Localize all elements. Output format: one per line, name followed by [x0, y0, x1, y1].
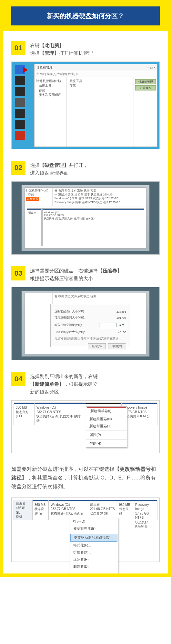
desktop-icon — [15, 109, 25, 118]
menu-item-new-simple-volume[interactable]: 新建简单卷(I)... — [87, 407, 126, 415]
volume-row: 磁盘 0 476.81 GB 联机 360 MB 状态良好 (E Windows… — [14, 500, 157, 520]
desktop-icon — [15, 87, 25, 96]
t: 476.81 GB — [16, 506, 30, 515]
note: 无法将卷压缩到超出任何不可移动的文件所在的点。 — [55, 337, 126, 341]
step-text: 选择需要分区的磁盘，右键选择【压缩卷】 根据提示选择压缩容量的大小 — [30, 266, 122, 282]
step-number: 01 — [11, 41, 25, 55]
t: Windows (C:) — [44, 211, 143, 214]
t: 【管理】 — [40, 50, 59, 56]
menu-item[interactable]: 删除卷(D)... — [70, 563, 118, 570]
shrink-input[interactable] — [101, 323, 117, 327]
step-number: 02 — [11, 161, 25, 175]
menu-item[interactable]: 属性(P) — [70, 572, 118, 577]
header-strip: 新买的机器硬盘如何分区？ — [3, 3, 168, 31]
t: 980 MB — [119, 503, 131, 507]
spinner-icon[interactable]: ▲▼ — [119, 323, 125, 327]
t: 右键 — [30, 43, 40, 48]
t: 磁盘 0 — [28, 211, 36, 214]
shrink-button[interactable]: 压缩(S) — [88, 343, 106, 349]
dm-top: 计算机管理(本地) 存储 磁盘管理 卷 布局 类型 文件系统 状态 容量 — (… — [25, 188, 146, 206]
dialog-buttons: 压缩(S) 取消(C) — [55, 343, 126, 349]
tree-node: 存储 — [28, 193, 51, 197]
label: 压缩前的总计大小(MB): — [55, 309, 100, 314]
shrink-input-highlight: ▲▼ — [99, 322, 126, 328]
context-menu: 打开(O) 资源管理器(E) 更改驱动器号和路径(C)... 格式化(F)...… — [70, 518, 118, 577]
menu-item[interactable]: 扩展卷(X)... — [70, 549, 118, 556]
t: 选择 — [30, 162, 40, 168]
label: 压缩后的总计大小(MB): — [55, 330, 100, 334]
menu-item[interactable]: 帮助(H) — [86, 440, 127, 447]
cancel-button[interactable]: 取消(C) — [108, 343, 126, 349]
desktop-icon — [15, 120, 25, 129]
t: 状态良好 (OEM 分 — [124, 414, 155, 419]
screenshot-5: 磁盘 0 476.81 GB 联机 360 MB 状态良好 (E Windows… — [11, 497, 160, 562]
tree-node: 计算机管理(本地) — [26, 189, 51, 193]
menu-item-change-drive-letter[interactable]: 更改驱动器号和路径(C)... — [70, 534, 117, 542]
t: 状态良好 — [119, 507, 131, 516]
step-text: 选择【磁盘管理】并打开， 进入磁盘管理界面 — [30, 161, 88, 177]
menu-item[interactable]: 格式化(F)... — [70, 542, 118, 549]
menu-item[interactable]: 资源管理器(E) — [70, 525, 118, 532]
volume: Recovery Image 17.75 GB NTFS 状态良好 (OEM 分 — [133, 500, 157, 520]
footer-paragraph: 如需要对新分磁盘进行排序，可以在右键选择【更改驱动器号和路径】，将其重新命名，计… — [11, 465, 160, 491]
desktop-icon — [15, 76, 25, 85]
t: 【压缩卷】 — [98, 268, 122, 273]
t: Windows (C:) — [36, 405, 84, 410]
volume: Windows (C:) 232.77 GB NTFS 状态良好 (启动, 页面… — [49, 500, 88, 520]
t: 状态良好 (启动, 页面文件, 故障转 — [36, 414, 84, 423]
list-item: 系统工具 — [69, 79, 131, 83]
computer-management-window: 计算机管理 — □ × 文件(F) 操作(A) 查看(V) 帮助(H) 计算机管… — [34, 64, 157, 147]
actions-item: 更多操作 — [135, 85, 156, 90]
window-body: 计算机管理(本地) 系统工具 存储 服务和应用程序 系统工具 存储 计算机管理 … — [35, 77, 157, 147]
desktop-icon — [15, 98, 25, 107]
value: 237866 — [100, 310, 126, 313]
window-titlebar: 计算机管理 — □ × — [35, 64, 157, 71]
t: 状态良好 (启动, 页面文件, 故障转储, 主分区) — [44, 217, 143, 220]
step-number: 04 — [11, 372, 25, 386]
t: 选择 — [30, 50, 40, 56]
volume: Windows (C:) 232.77 GB NTFS 状态良好 (启动, 页面… — [42, 208, 144, 246]
actions-pane: 计算机管理 更多操作 — [134, 77, 157, 147]
step-number: 03 — [11, 266, 25, 280]
menu-item[interactable]: 新建跨区卷(N)... — [86, 416, 127, 423]
t: 新加卷 — [90, 503, 115, 507]
window-menu: 文件(F) 操作(A) 查看(V) 帮助(H) — [35, 71, 157, 77]
screenshot-1: 计算机管理 — □ × 文件(F) 操作(A) 查看(V) 帮助(H) 计算机管… — [11, 62, 160, 149]
step-text: 选择刚刚压缩出来的新卷，右键 【新建简单卷】，根据提示建立 新的磁盘分区 — [30, 372, 98, 396]
menu-item[interactable]: 压缩卷(H)... — [70, 556, 118, 563]
t: 联机 — [16, 515, 30, 519]
tree-node: 服务和应用程序 — [39, 93, 65, 97]
screenshot-4: 360 MB 状态良好 (EFI Windows (C:) 232.77 GB … — [11, 400, 160, 453]
volume-row: 360 MB 状态良好 (EFI Windows (C:) 232.77 GB … — [14, 402, 157, 425]
volume: 360 MB 状态良好 (EFI — [14, 403, 35, 425]
window-title: 计算机管理 — [36, 64, 53, 71]
t: 如需要对新分磁盘进行排序，可以在右键选择 — [11, 466, 115, 472]
tree-pane — [25, 293, 53, 312]
step-3: 03 选择需要分区的磁盘，右键选择【压缩卷】 根据提示选择压缩容量的大小 — [11, 266, 160, 282]
actions-header: 计算机管理 — [135, 79, 156, 84]
value: 191708 — [100, 316, 126, 319]
menu-item[interactable]: 新建带区卷(T)... — [86, 423, 127, 430]
t: 360 MB — [35, 503, 46, 507]
content: 01 右键【此电脑】 选择【管理】打开计算机管理 计算机管理 — □ × 文件(… — [3, 31, 168, 562]
disk-management-window: 计算机管理(本地) 存储 磁盘管理 卷 布局 类型 文件系统 状态 容量 — (… — [25, 187, 146, 249]
shrink-dialog: 压缩前的总计大小(MB):237866 可用压缩空间大小(MB):191708 … — [50, 304, 130, 347]
t: Windows (C:) — [51, 503, 86, 507]
volume: 新加卷 224.98 GB NTFS 状态良好 (主 — [88, 500, 117, 520]
arrow-marker-icon — [23, 67, 28, 73]
page-title: 新买的机器硬盘如何分区？ — [11, 6, 160, 25]
t: 【新建简单卷】 — [30, 381, 64, 387]
list-row: Recovery Image 简单 基本 NTFS 状态良好 17.75 GB — [55, 201, 144, 204]
t: 224.98 GB NTFS — [90, 507, 115, 511]
t: 360 MB — [16, 405, 32, 410]
t: 磁盘 0 — [16, 502, 30, 506]
menu-item[interactable]: 属性(P) — [86, 431, 127, 439]
value: 46158 — [100, 331, 126, 334]
disk-map: 磁盘 0 Windows (C:) 232.77 GB NTFS 状态良好 (启… — [25, 206, 146, 248]
t: 并打开， — [69, 162, 88, 168]
menu-item[interactable]: 打开(O) — [70, 518, 118, 525]
list-row: — (磁盘 0 分区 1) 简单 基本 状态良好 260 MB — [55, 193, 144, 197]
t: 状态良好 (启动, 页面文 — [51, 511, 86, 516]
list-header: 卷 布局 类型 文件系统 状态 容量 — [55, 189, 144, 193]
screenshot-2: 计算机管理(本地) 存储 磁盘管理 卷 布局 类型 文件系统 状态 容量 — (… — [11, 181, 160, 255]
